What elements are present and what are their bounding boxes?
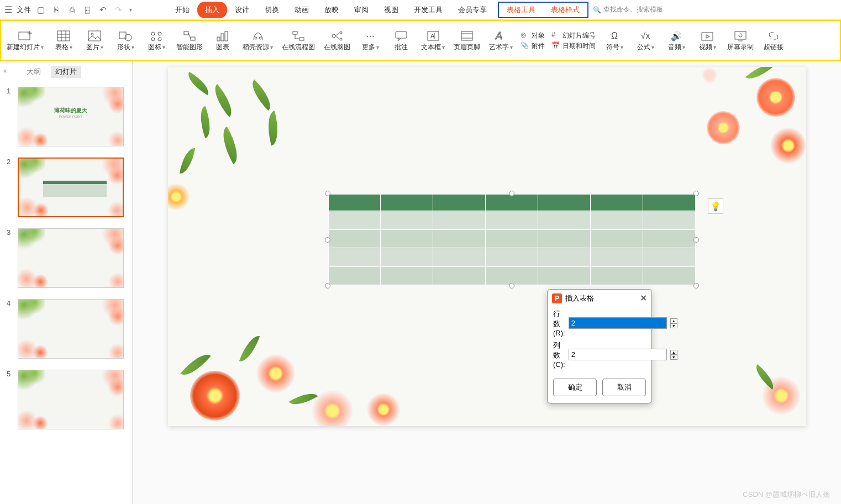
tab-review[interactable]: 审阅 (346, 2, 376, 18)
tab-table-style[interactable]: 表格样式 (543, 3, 587, 17)
tab-transitions[interactable]: 切换 (257, 2, 287, 18)
shapes-icon (118, 29, 133, 43)
picture-button[interactable]: 图片▾ (80, 28, 109, 53)
screen-record-icon (733, 29, 748, 43)
slide-panel: « 大纲 幻灯片 1薄荷味的夏天POWER POINT 2 3 4 5 (0, 61, 133, 504)
inserted-table[interactable] (328, 194, 696, 285)
resize-handle[interactable] (693, 237, 699, 243)
qat-dropdown-icon[interactable]: ▾ (129, 7, 132, 13)
cols-input[interactable] (569, 349, 667, 360)
resize-handle[interactable] (325, 237, 330, 243)
tab-developer[interactable]: 开发工具 (406, 2, 450, 18)
close-icon[interactable]: ✕ (640, 293, 647, 303)
outline-view-tab[interactable]: 大纲 (22, 66, 45, 78)
object-button[interactable]: ◎对象 (521, 31, 545, 40)
slide-thumb-4[interactable] (18, 299, 124, 359)
svg-point-22 (259, 37, 261, 39)
smartart-button[interactable]: 智能图形 (173, 28, 206, 53)
resize-handle[interactable] (693, 191, 699, 196)
new-slide-button[interactable]: 新建幻灯片▾ (3, 28, 47, 53)
resize-handle[interactable] (693, 283, 699, 288)
attachment-button[interactable]: 📎附件 (521, 41, 545, 51)
resize-handle[interactable] (325, 283, 330, 288)
comment-button[interactable]: 批注 (387, 28, 416, 53)
chart-button[interactable]: 图表 (208, 28, 237, 53)
dialog-title: 插入表格 (565, 293, 637, 303)
cols-up-icon[interactable]: ▲ (670, 350, 677, 355)
datetime-button[interactable]: 📅日期和时间 (551, 41, 596, 51)
hyperlink-button[interactable]: 超链接 (759, 28, 788, 53)
shapes-button[interactable]: 形状▾ (111, 28, 140, 53)
file-menu[interactable]: 文件 (17, 5, 31, 15)
video-button[interactable]: 视频▾ (693, 28, 722, 53)
equation-button[interactable]: √x公式▾ (631, 28, 660, 53)
tab-view[interactable]: 视图 (376, 2, 406, 18)
search-box[interactable]: 🔍 查找命令、搜索模板 (593, 5, 663, 14)
rows-input[interactable] (569, 317, 667, 329)
redo-icon[interactable]: ↷ (113, 4, 124, 15)
resize-handle[interactable] (325, 191, 330, 196)
datetime-icon: 📅 (551, 41, 560, 50)
undo-icon[interactable]: ↶ (97, 4, 108, 15)
wordart-button[interactable]: A艺术字▾ (486, 28, 516, 53)
slide-canvas-area[interactable]: 💡 P 插入表格 ✕ 行数(R): ▲▼ 列数(C): ▲▼ (133, 61, 841, 504)
rows-down-icon[interactable]: ▼ (670, 323, 677, 328)
table-icon (56, 29, 71, 43)
symbol-button[interactable]: Ω符号▾ (600, 28, 629, 53)
decoration-top-right (651, 67, 806, 188)
mindmap-icon (329, 29, 345, 43)
rows-up-icon[interactable]: ▲ (670, 318, 677, 323)
header-footer-button[interactable]: 页眉页脚 (450, 28, 483, 53)
flowchart-icon (291, 29, 306, 43)
slide-thumb-3[interactable] (18, 228, 124, 288)
flowchart-button[interactable]: 在线流程图 (278, 28, 318, 53)
cancel-button[interactable]: 取消 (602, 379, 646, 396)
docer-button[interactable]: 稻壳资源▾ (239, 28, 276, 53)
tab-slideshow[interactable]: 放映 (317, 2, 346, 18)
insert-table-dialog: P 插入表格 ✕ 行数(R): ▲▼ 列数(C): ▲▼ 确定 取消 (547, 289, 652, 403)
thumb-number: 3 (7, 228, 13, 288)
object-icon: ◎ (521, 31, 529, 40)
audio-button[interactable]: 🔊音频▾ (662, 28, 691, 53)
slide-number-button[interactable]: #幻灯片编号 (551, 31, 596, 40)
svg-point-15 (158, 38, 161, 41)
search-icon: 🔍 (593, 6, 601, 14)
smart-tip-icon[interactable]: 💡 (708, 198, 723, 214)
screen-record-button[interactable]: 屏幕录制 (724, 28, 757, 53)
print-icon[interactable]: ⎙ (66, 4, 77, 15)
slide-thumb-1[interactable]: 薄荷味的夏天POWER POINT (18, 87, 124, 146)
tab-vip[interactable]: 会员专享 (450, 2, 495, 18)
tab-table-tools[interactable]: 表格工具 (499, 3, 543, 17)
slide-thumb-5[interactable] (18, 370, 124, 429)
tab-design[interactable]: 设计 (227, 2, 257, 18)
svg-point-21 (255, 37, 257, 39)
textbox-button[interactable]: A文本框▾ (418, 28, 448, 53)
svg-rect-28 (396, 32, 407, 38)
slide-editor[interactable]: 💡 (168, 67, 806, 426)
ok-button[interactable]: 确定 (553, 379, 597, 396)
more-button[interactable]: ⋯更多▾ (356, 28, 385, 53)
cols-down-icon[interactable]: ▼ (670, 355, 677, 360)
slide-thumb-2[interactable] (18, 158, 124, 217)
export-icon[interactable]: ⎘ (51, 4, 62, 15)
tab-insert[interactable]: 插入 (197, 2, 227, 18)
table-button[interactable]: 表格▾ (49, 28, 78, 53)
mindmap-button[interactable]: 在线脑图 (320, 28, 354, 53)
svg-rect-16 (184, 32, 188, 35)
rows-label: 行数(R): (553, 309, 565, 337)
thumb-number: 1 (7, 87, 13, 146)
resize-handle[interactable] (509, 191, 514, 196)
svg-rect-23 (293, 32, 297, 34)
tab-animations[interactable]: 动画 (287, 2, 317, 18)
collapse-panel-icon[interactable]: « (3, 67, 7, 75)
slides-view-tab[interactable]: 幻灯片 (51, 66, 81, 78)
tab-home[interactable]: 开始 (167, 2, 197, 18)
menu-icon[interactable]: ☰ (4, 4, 12, 15)
chart-icon (215, 29, 230, 43)
textbox-icon: A (425, 29, 441, 43)
icons-button[interactable]: 图标▾ (142, 28, 171, 53)
resize-handle[interactable] (509, 283, 514, 288)
print-preview-icon[interactable]: ⍇ (82, 4, 93, 15)
save-icon[interactable]: ▢ (35, 4, 46, 15)
thumb-number: 2 (7, 158, 13, 217)
